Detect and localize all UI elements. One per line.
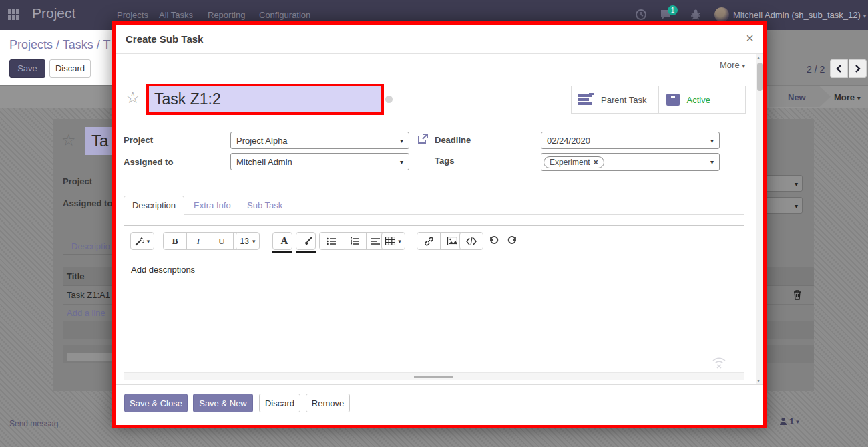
pager-next-button[interactable]: [849, 59, 867, 78]
insert-table-button[interactable]: ▾: [382, 233, 405, 249]
follower-person-icon: [779, 417, 787, 426]
code-view-button[interactable]: [460, 233, 483, 249]
background-assigned-select[interactable]: ▾: [761, 197, 803, 214]
unordered-list-button[interactable]: [320, 233, 343, 249]
scroll-up-arrow-icon[interactable]: ▴: [757, 55, 760, 61]
code-group: [459, 232, 483, 250]
stage-more-dropdown[interactable]: More ▾: [834, 92, 861, 102]
font-size-group: 13 ▾: [236, 232, 260, 250]
active-toggle-button[interactable]: Active: [659, 86, 746, 113]
editor-content[interactable]: Add descriptions: [131, 265, 195, 275]
messages-icon[interactable]: 1: [660, 9, 673, 21]
breadcrumb[interactable]: Projects / Tasks / T: [9, 38, 110, 52]
italic-button[interactable]: I: [186, 233, 210, 249]
scroll-down-arrow-icon[interactable]: ▾: [757, 378, 760, 384]
text-color-swatch: [272, 251, 292, 253]
external-link-icon[interactable]: [417, 133, 429, 144]
tab-extra-info[interactable]: Extra Info: [194, 200, 231, 210]
followers-menu[interactable]: 1 ▾: [779, 416, 799, 426]
background-assigned-label: Assigned to: [63, 198, 112, 208]
archive-box-icon: [666, 92, 680, 107]
user-name: Mitchell Admin (sh_sub_task_12): [733, 10, 861, 20]
highlight-color-group: [296, 232, 316, 250]
active-label: Active: [687, 95, 710, 105]
font-size-dropdown[interactable]: 13 ▾: [236, 233, 259, 249]
redo-button[interactable]: [507, 235, 517, 245]
ordered-list-button[interactable]: [343, 233, 366, 249]
tab-sub-task[interactable]: Sub Task: [247, 200, 282, 210]
user-menu[interactable]: Mitchell Admin (sh_sub_task_12) ▾: [733, 10, 866, 20]
project-select[interactable]: Project Alpha ▾: [230, 132, 409, 149]
list-align-group: ▾: [319, 232, 390, 250]
media-group: [417, 232, 464, 250]
deadline-select[interactable]: 02/24/2020 ▾: [541, 132, 720, 149]
tab-description[interactable]: Description: [124, 196, 184, 215]
create-subtask-modal: Create Sub Task × ▴ ▾ More ▾ ☆ Task Z1:2…: [112, 21, 767, 428]
background-project-select[interactable]: ▾: [761, 175, 803, 192]
close-icon[interactable]: ×: [746, 31, 754, 46]
stage-more-caret-icon: ▾: [857, 94, 861, 102]
drag-handle-dot: [385, 96, 393, 103]
favorite-star-icon[interactable]: ☆: [126, 88, 140, 107]
wifi-offline-icon: [712, 357, 726, 369]
underline-button[interactable]: U: [210, 233, 233, 249]
stage-new[interactable]: New: [788, 92, 806, 102]
background-project-label: Project: [63, 176, 92, 186]
modal-more-dropdown[interactable]: More ▾: [720, 60, 745, 70]
bold-button[interactable]: B: [164, 233, 186, 249]
record-pager-count: 2 / 2: [807, 64, 825, 75]
tag-remove-icon[interactable]: ×: [594, 158, 598, 167]
nav-projects[interactable]: Projects: [117, 10, 148, 20]
task-name-value: Task Z1:2: [149, 90, 221, 108]
tab-description-label: Description: [132, 200, 176, 210]
background-color-brush-button[interactable]: [296, 233, 319, 249]
caret-down-icon: ▾: [710, 137, 714, 144]
tabs-divider: [124, 214, 744, 215]
page-save-button[interactable]: Save: [9, 59, 45, 78]
background-tab-description[interactable]: Descriptio: [71, 241, 110, 251]
modal-discard-button[interactable]: Discard: [259, 394, 300, 412]
table-fragment: [67, 353, 114, 361]
trash-icon[interactable]: [793, 289, 802, 300]
editor-resize-strip[interactable]: [124, 372, 744, 380]
bug-icon[interactable]: [690, 9, 702, 21]
pager-previous-button[interactable]: [830, 59, 848, 78]
modal-scrollbar[interactable]: ▴ ▾: [756, 54, 763, 384]
tags-select[interactable]: Experiment × ▾: [541, 153, 720, 171]
activities-clock-icon[interactable]: [635, 9, 647, 21]
nav-reporting[interactable]: Reporting: [208, 10, 245, 20]
parent-task-button[interactable]: Parent Task: [572, 86, 659, 113]
assigned-select-value: Mitchell Admin: [236, 157, 292, 167]
apps-grid-icon[interactable]: [8, 9, 20, 20]
resize-handle[interactable]: [414, 376, 453, 378]
page-discard-button[interactable]: Discard: [49, 59, 91, 78]
user-caret-icon: ▾: [863, 12, 866, 19]
scrollbar-thumb[interactable]: [757, 63, 763, 91]
background-star-icon[interactable]: ☆: [61, 131, 76, 150]
save-new-button[interactable]: Save & New: [193, 394, 253, 412]
divider: [63, 254, 116, 255]
app-brand[interactable]: Project: [32, 5, 75, 21]
text-color-button[interactable]: A: [273, 233, 296, 249]
background-add-a-line[interactable]: Add a line: [67, 308, 105, 318]
user-avatar[interactable]: [714, 7, 729, 22]
insert-link-button[interactable]: [417, 233, 440, 249]
assigned-select[interactable]: Mitchell Admin ▾: [230, 153, 409, 170]
task-name-input[interactable]: Task Z1:2: [146, 84, 384, 115]
save-close-button[interactable]: Save & Close: [124, 394, 188, 412]
modal-footer: Save & Close Save & New Discard Remove: [116, 384, 763, 425]
tag-pill[interactable]: Experiment ×: [544, 156, 604, 168]
remove-button[interactable]: Remove: [306, 394, 350, 412]
send-message-link[interactable]: Send messag: [9, 419, 58, 428]
magic-wand-style-button[interactable]: ▾: [131, 233, 154, 249]
caret-down-icon: ▾: [400, 137, 403, 144]
text-color-group: A: [272, 232, 292, 250]
nav-all-tasks[interactable]: All Tasks: [159, 10, 193, 20]
caret-down-icon: ▾: [147, 238, 150, 245]
caret-down-icon: ▾: [398, 238, 401, 245]
nav-configuration[interactable]: Configuration: [259, 10, 310, 20]
modal-header: Create Sub Task ×: [116, 25, 763, 54]
undo-button[interactable]: [489, 235, 499, 245]
caret-down-icon: ▾: [795, 180, 798, 188]
project-field-label: Project: [124, 135, 153, 145]
